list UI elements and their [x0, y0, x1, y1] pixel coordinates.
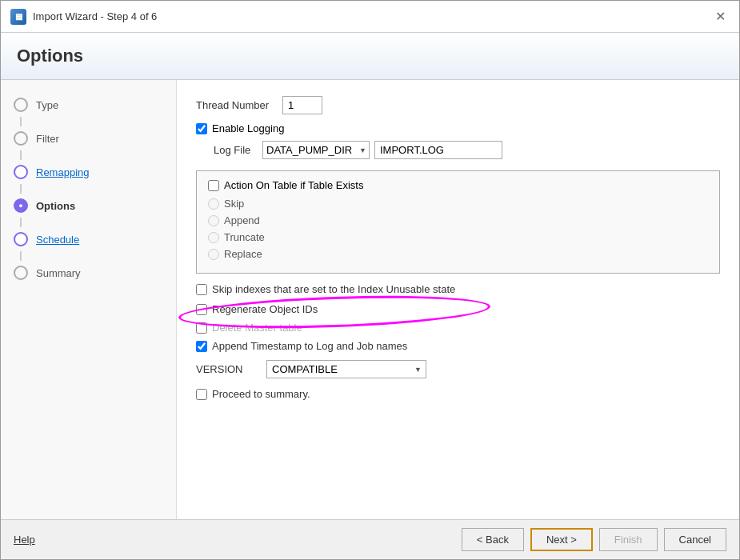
app-icon: ▦ — [10, 9, 26, 25]
radio-truncate-row: Truncate — [208, 231, 708, 243]
step-icon-schedule — [14, 232, 28, 246]
step-icon-remapping — [14, 165, 28, 179]
connector-3 — [20, 184, 22, 194]
import-wizard-window: ▦ Import Wizard - Step 4 of 6 ✕ Options … — [0, 0, 740, 560]
radio-truncate-label: Truncate — [224, 231, 265, 243]
close-button[interactable]: ✕ — [710, 7, 730, 26]
sidebar-item-options[interactable]: ● Options — [1, 194, 176, 218]
help-button[interactable]: Help — [14, 534, 35, 546]
finish-button[interactable]: Finish — [599, 528, 658, 551]
sidebar-label-summary: Summary — [36, 267, 81, 279]
proceed-row: Proceed to summary. — [196, 388, 720, 400]
skip-indexes-row: Skip indexes that are set to the Index U… — [196, 283, 720, 295]
footer-right: < Back Next > Finish Cancel — [462, 528, 726, 551]
thread-number-row: Thread Number — [196, 96, 720, 114]
delete-master-row: Delete Master table — [196, 322, 720, 334]
version-row: VERSION COMPATIBLE LATEST 12.0 11.2 11.1 — [196, 360, 720, 378]
sidebar-label-options: Options — [36, 200, 75, 212]
cancel-button[interactable]: Cancel — [664, 528, 726, 551]
connector-1 — [20, 117, 22, 126]
regen-object-ids-label: Regenerate Object IDs — [212, 303, 318, 315]
append-timestamp-label: Append Timestamp to Log and Job names — [212, 340, 407, 352]
append-timestamp-row: Append Timestamp to Log and Job names — [196, 340, 720, 352]
content-area: Type Filter Remapping ● Options Schedule — [1, 80, 739, 519]
log-dir-wrapper: DATA_PUMP_DIR — [262, 141, 370, 159]
radio-skip-label: Skip — [224, 198, 244, 210]
append-timestamp-checkbox[interactable] — [196, 341, 207, 352]
sidebar-label-filter: Filter — [36, 133, 59, 145]
title-bar: ▦ Import Wizard - Step 4 of 6 ✕ — [1, 1, 739, 33]
log-file-row: Log File DATA_PUMP_DIR — [214, 141, 720, 159]
skip-indexes-label: Skip indexes that are set to the Index U… — [212, 283, 455, 295]
regen-object-ids-checkbox[interactable] — [196, 304, 207, 315]
sidebar-label-type: Type — [36, 99, 58, 111]
regen-object-ids-row: Regenerate Object IDs — [196, 303, 720, 315]
radio-replace[interactable] — [208, 249, 219, 260]
radio-replace-row: Replace — [208, 248, 708, 260]
sidebar-item-filter[interactable]: Filter — [1, 126, 176, 150]
connector-4 — [20, 218, 22, 227]
thread-number-input[interactable] — [282, 96, 322, 114]
connector-2 — [20, 150, 22, 160]
back-button[interactable]: < Back — [462, 528, 524, 551]
window-title: Import Wizard - Step 4 of 6 — [33, 10, 157, 22]
next-button[interactable]: Next > — [530, 528, 593, 551]
sidebar-label-remapping: Remapping — [36, 166, 90, 178]
radio-append[interactable] — [208, 215, 219, 226]
enable-logging-checkbox[interactable] — [196, 123, 207, 134]
version-select[interactable]: COMPATIBLE LATEST 12.0 11.2 11.1 — [266, 360, 426, 378]
radio-replace-label: Replace — [224, 248, 262, 260]
log-file-input[interactable] — [374, 141, 502, 159]
sidebar-item-schedule[interactable]: Schedule — [1, 227, 176, 251]
sidebar-item-remapping[interactable]: Remapping — [1, 160, 176, 184]
delete-master-checkbox[interactable] — [196, 322, 207, 334]
radio-append-row: Append — [208, 214, 708, 226]
action-on-table-row: Action On Table if Table Exists — [208, 179, 708, 191]
log-file-label: Log File — [214, 144, 258, 156]
enable-logging-row: Enable Logging — [196, 122, 720, 134]
step-icon-summary — [14, 266, 28, 280]
header-section: Options — [1, 33, 739, 80]
proceed-label: Proceed to summary. — [212, 388, 310, 400]
enable-logging-label: Enable Logging — [212, 122, 284, 134]
connector-5 — [20, 251, 22, 261]
delete-master-label: Delete Master table — [212, 322, 302, 334]
step-icon-options: ● — [14, 198, 28, 213]
radio-append-label: Append — [224, 214, 260, 226]
radio-truncate[interactable] — [208, 232, 219, 243]
footer: Help < Back Next > Finish Cancel — [1, 519, 739, 559]
version-label: VERSION — [196, 363, 260, 375]
sidebar-item-type[interactable]: Type — [1, 93, 176, 117]
proceed-checkbox[interactable] — [196, 389, 207, 400]
footer-left: Help — [14, 534, 35, 546]
action-on-table-checkbox[interactable] — [208, 180, 219, 191]
page-title: Options — [17, 46, 723, 66]
main-content: Thread Number Enable Logging Log File DA… — [177, 80, 739, 519]
thread-number-label: Thread Number — [196, 99, 276, 111]
radio-skip-row: Skip — [208, 198, 708, 210]
step-icon-filter — [14, 131, 28, 146]
action-on-table-group: Action On Table if Table Exists Skip App… — [196, 170, 720, 274]
sidebar: Type Filter Remapping ● Options Schedule — [1, 80, 177, 519]
skip-indexes-checkbox[interactable] — [196, 284, 207, 295]
title-bar-left: ▦ Import Wizard - Step 4 of 6 — [10, 9, 157, 25]
action-on-table-label: Action On Table if Table Exists — [224, 179, 363, 191]
version-select-wrapper: COMPATIBLE LATEST 12.0 11.2 11.1 — [266, 360, 426, 378]
step-icon-type — [14, 98, 28, 112]
log-dir-select[interactable]: DATA_PUMP_DIR — [262, 141, 370, 159]
radio-skip[interactable] — [208, 198, 219, 210]
sidebar-label-schedule: Schedule — [36, 234, 79, 246]
sidebar-item-summary[interactable]: Summary — [1, 261, 176, 285]
